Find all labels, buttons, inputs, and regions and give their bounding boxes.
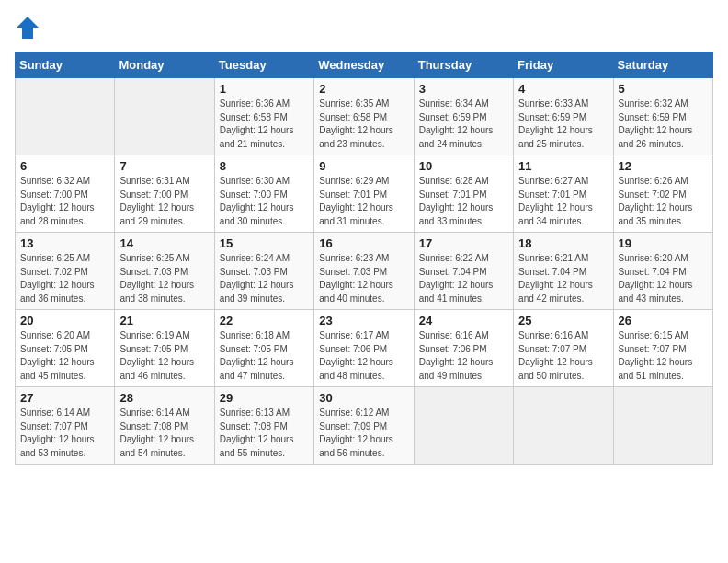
- calendar-cell: 21Sunrise: 6:19 AM Sunset: 7:05 PM Dayli…: [115, 310, 214, 387]
- calendar-week-row: 27Sunrise: 6:14 AM Sunset: 7:07 PM Dayli…: [16, 387, 713, 465]
- calendar-cell: 2Sunrise: 6:35 AM Sunset: 6:58 PM Daylig…: [314, 78, 414, 155]
- day-info: Sunrise: 6:21 AM Sunset: 7:04 PM Dayligh…: [518, 252, 608, 305]
- calendar-cell: 25Sunrise: 6:16 AM Sunset: 7:07 PM Dayli…: [514, 310, 613, 387]
- day-info: Sunrise: 6:33 AM Sunset: 6:59 PM Dayligh…: [518, 98, 608, 151]
- day-header-monday: Monday: [115, 52, 214, 78]
- day-number: 20: [20, 314, 109, 327]
- calendar-cell: 4Sunrise: 6:33 AM Sunset: 6:59 PM Daylig…: [514, 78, 613, 155]
- calendar-cell: 27Sunrise: 6:14 AM Sunset: 7:07 PM Dayli…: [16, 387, 115, 465]
- day-info: Sunrise: 6:17 AM Sunset: 7:06 PM Dayligh…: [319, 329, 408, 383]
- day-number: 16: [319, 236, 408, 250]
- day-number: 5: [619, 82, 708, 96]
- day-header-thursday: Thursday: [414, 52, 513, 78]
- calendar-cell: 1Sunrise: 6:36 AM Sunset: 6:58 PM Daylig…: [214, 78, 313, 155]
- day-info: Sunrise: 6:14 AM Sunset: 7:07 PM Dayligh…: [20, 407, 109, 460]
- calendar-cell: 3Sunrise: 6:34 AM Sunset: 6:59 PM Daylig…: [414, 78, 513, 155]
- calendar-cell: [16, 78, 115, 155]
- calendar-cell: 10Sunrise: 6:28 AM Sunset: 7:01 PM Dayli…: [414, 155, 513, 233]
- calendar-cell: 14Sunrise: 6:25 AM Sunset: 7:03 PM Dayli…: [115, 233, 214, 310]
- day-info: Sunrise: 6:35 AM Sunset: 6:58 PM Dayligh…: [319, 98, 408, 151]
- logo: [15, 15, 44, 40]
- day-header-wednesday: Wednesday: [314, 52, 414, 78]
- day-number: 28: [119, 391, 209, 405]
- day-number: 13: [20, 236, 109, 250]
- day-info: Sunrise: 6:36 AM Sunset: 6:58 PM Dayligh…: [220, 98, 309, 151]
- svg-marker-0: [17, 17, 39, 39]
- day-info: Sunrise: 6:13 AM Sunset: 7:08 PM Dayligh…: [220, 407, 309, 460]
- day-number: 18: [518, 236, 608, 250]
- calendar-cell: 6Sunrise: 6:32 AM Sunset: 7:00 PM Daylig…: [16, 155, 115, 233]
- day-number: 12: [619, 159, 708, 173]
- day-info: Sunrise: 6:22 AM Sunset: 7:04 PM Dayligh…: [419, 252, 508, 305]
- day-info: Sunrise: 6:18 AM Sunset: 7:05 PM Dayligh…: [220, 329, 309, 383]
- calendar-cell: [613, 387, 712, 465]
- day-header-tuesday: Tuesday: [214, 52, 313, 78]
- calendar-cell: 9Sunrise: 6:29 AM Sunset: 7:01 PM Daylig…: [314, 155, 414, 233]
- day-header-saturday: Saturday: [613, 52, 712, 78]
- calendar-cell: [514, 387, 613, 465]
- day-number: 3: [419, 82, 508, 96]
- day-header-sunday: Sunday: [16, 52, 115, 78]
- calendar-cell: 30Sunrise: 6:12 AM Sunset: 7:09 PM Dayli…: [314, 387, 414, 465]
- day-info: Sunrise: 6:16 AM Sunset: 7:06 PM Dayligh…: [419, 329, 508, 383]
- day-info: Sunrise: 6:30 AM Sunset: 7:00 PM Dayligh…: [220, 175, 309, 228]
- day-info: Sunrise: 6:20 AM Sunset: 7:05 PM Dayligh…: [20, 329, 109, 383]
- calendar-cell: 12Sunrise: 6:26 AM Sunset: 7:02 PM Dayli…: [613, 155, 712, 233]
- calendar-cell: 18Sunrise: 6:21 AM Sunset: 7:04 PM Dayli…: [514, 233, 613, 310]
- day-info: Sunrise: 6:29 AM Sunset: 7:01 PM Dayligh…: [319, 175, 408, 228]
- day-number: 1: [220, 82, 309, 96]
- day-info: Sunrise: 6:23 AM Sunset: 7:03 PM Dayligh…: [319, 252, 408, 305]
- calendar-cell: 5Sunrise: 6:32 AM Sunset: 6:59 PM Daylig…: [613, 78, 712, 155]
- day-number: 24: [419, 314, 508, 327]
- calendar-week-row: 20Sunrise: 6:20 AM Sunset: 7:05 PM Dayli…: [16, 310, 713, 387]
- day-info: Sunrise: 6:27 AM Sunset: 7:01 PM Dayligh…: [518, 175, 608, 228]
- day-info: Sunrise: 6:20 AM Sunset: 7:04 PM Dayligh…: [619, 252, 708, 305]
- calendar-cell: 24Sunrise: 6:16 AM Sunset: 7:06 PM Dayli…: [414, 310, 513, 387]
- day-header-friday: Friday: [514, 52, 613, 78]
- calendar-week-row: 1Sunrise: 6:36 AM Sunset: 6:58 PM Daylig…: [16, 78, 713, 155]
- calendar-cell: 22Sunrise: 6:18 AM Sunset: 7:05 PM Dayli…: [214, 310, 313, 387]
- day-number: 21: [119, 314, 209, 327]
- calendar-table: SundayMondayTuesdayWednesdayThursdayFrid…: [15, 52, 713, 465]
- calendar-cell: 28Sunrise: 6:14 AM Sunset: 7:08 PM Dayli…: [115, 387, 214, 465]
- calendar-cell: 16Sunrise: 6:23 AM Sunset: 7:03 PM Dayli…: [314, 233, 414, 310]
- calendar-cell: 26Sunrise: 6:15 AM Sunset: 7:07 PM Dayli…: [613, 310, 712, 387]
- day-number: 19: [619, 236, 708, 250]
- day-info: Sunrise: 6:12 AM Sunset: 7:09 PM Dayligh…: [319, 407, 408, 460]
- day-info: Sunrise: 6:28 AM Sunset: 7:01 PM Dayligh…: [419, 175, 508, 228]
- logo-icon: [15, 15, 40, 40]
- day-info: Sunrise: 6:16 AM Sunset: 7:07 PM Dayligh…: [518, 329, 608, 383]
- day-info: Sunrise: 6:32 AM Sunset: 7:00 PM Dayligh…: [20, 175, 109, 228]
- day-info: Sunrise: 6:19 AM Sunset: 7:05 PM Dayligh…: [119, 329, 209, 383]
- calendar-cell: 7Sunrise: 6:31 AM Sunset: 7:00 PM Daylig…: [115, 155, 214, 233]
- day-number: 8: [220, 159, 309, 173]
- day-number: 29: [220, 391, 309, 405]
- day-number: 2: [319, 82, 408, 96]
- day-number: 4: [518, 82, 608, 96]
- day-number: 15: [220, 236, 309, 250]
- calendar-cell: [414, 387, 513, 465]
- day-info: Sunrise: 6:25 AM Sunset: 7:02 PM Dayligh…: [20, 252, 109, 305]
- calendar-cell: 8Sunrise: 6:30 AM Sunset: 7:00 PM Daylig…: [214, 155, 313, 233]
- day-number: 6: [20, 159, 109, 173]
- day-info: Sunrise: 6:31 AM Sunset: 7:00 PM Dayligh…: [119, 175, 209, 228]
- calendar-cell: 13Sunrise: 6:25 AM Sunset: 7:02 PM Dayli…: [16, 233, 115, 310]
- day-info: Sunrise: 6:24 AM Sunset: 7:03 PM Dayligh…: [220, 252, 309, 305]
- day-info: Sunrise: 6:15 AM Sunset: 7:07 PM Dayligh…: [619, 329, 708, 383]
- calendar-cell: 20Sunrise: 6:20 AM Sunset: 7:05 PM Dayli…: [16, 310, 115, 387]
- calendar-body: 1Sunrise: 6:36 AM Sunset: 6:58 PM Daylig…: [16, 78, 713, 465]
- day-number: 9: [319, 159, 408, 173]
- calendar-cell: 29Sunrise: 6:13 AM Sunset: 7:08 PM Dayli…: [214, 387, 313, 465]
- day-number: 30: [319, 391, 408, 405]
- day-info: Sunrise: 6:34 AM Sunset: 6:59 PM Dayligh…: [419, 98, 508, 151]
- calendar-cell: [115, 78, 214, 155]
- day-info: Sunrise: 6:25 AM Sunset: 7:03 PM Dayligh…: [119, 252, 209, 305]
- calendar-header-row: SundayMondayTuesdayWednesdayThursdayFrid…: [16, 52, 713, 78]
- day-number: 11: [518, 159, 608, 173]
- day-number: 17: [419, 236, 508, 250]
- day-number: 26: [619, 314, 708, 327]
- day-number: 23: [319, 314, 408, 327]
- calendar-cell: 23Sunrise: 6:17 AM Sunset: 7:06 PM Dayli…: [314, 310, 414, 387]
- day-info: Sunrise: 6:14 AM Sunset: 7:08 PM Dayligh…: [119, 407, 209, 460]
- day-number: 25: [518, 314, 608, 327]
